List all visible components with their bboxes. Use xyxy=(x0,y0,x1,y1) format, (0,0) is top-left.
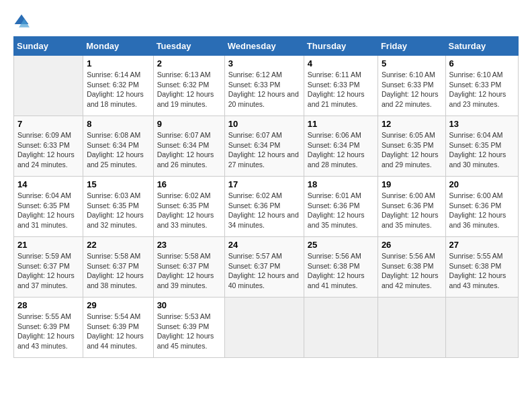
day-daylight: Daylight: 12 hours and 38 minutes. xyxy=(87,271,144,289)
day-daylight: Daylight: 12 hours and 42 minutes. xyxy=(382,271,439,289)
day-daylight: Daylight: 12 hours and 21 minutes. xyxy=(308,90,365,108)
day-number: 28 xyxy=(17,300,79,310)
day-cell: 27 Sunrise: 5:55 AM Sunset: 6:38 PM Dayl… xyxy=(445,237,518,298)
day-sunrise: Sunrise: 5:56 AM xyxy=(308,252,361,260)
day-number: 5 xyxy=(382,58,442,68)
day-daylight: Daylight: 12 hours and 44 minutes. xyxy=(87,332,144,350)
day-cell: 30 Sunrise: 5:53 AM Sunset: 6:39 PM Dayl… xyxy=(153,298,224,358)
day-cell: 11 Sunrise: 6:06 AM Sunset: 6:34 PM Dayl… xyxy=(304,116,378,177)
day-number: 1 xyxy=(87,58,149,68)
day-sunrise: Sunrise: 6:05 AM xyxy=(382,131,435,139)
day-number: 21 xyxy=(17,240,79,250)
day-sunset: Sunset: 6:39 PM xyxy=(157,322,210,330)
day-number: 25 xyxy=(308,240,374,250)
day-sunrise: Sunrise: 6:02 AM xyxy=(228,191,282,199)
day-daylight: Daylight: 12 hours and 35 minutes. xyxy=(382,211,439,229)
day-daylight: Daylight: 12 hours and 22 minutes. xyxy=(382,90,439,108)
day-cell xyxy=(378,298,445,358)
day-number: 29 xyxy=(87,300,149,310)
day-cell xyxy=(445,298,518,358)
day-daylight: Daylight: 12 hours and 27 minutes. xyxy=(228,150,299,169)
day-sunset: Sunset: 6:37 PM xyxy=(87,262,139,270)
day-sunset: Sunset: 6:37 PM xyxy=(228,262,281,270)
day-sunrise: Sunrise: 6:01 AM xyxy=(308,191,361,199)
day-daylight: Daylight: 12 hours and 33 minutes. xyxy=(157,211,214,229)
day-daylight: Daylight: 12 hours and 23 minutes. xyxy=(449,90,506,108)
day-sunset: Sunset: 6:39 PM xyxy=(17,322,70,330)
day-sunset: Sunset: 6:33 PM xyxy=(382,81,434,89)
header-cell-saturday: Saturday xyxy=(445,37,518,56)
header xyxy=(13,13,519,30)
day-sunrise: Sunrise: 6:10 AM xyxy=(449,71,503,79)
day-sunset: Sunset: 6:38 PM xyxy=(308,262,360,270)
week-row-3: 14 Sunrise: 6:04 AM Sunset: 6:35 PM Dayl… xyxy=(14,177,519,237)
day-number: 17 xyxy=(228,179,300,189)
day-sunset: Sunset: 6:36 PM xyxy=(308,201,360,210)
day-sunrise: Sunrise: 6:14 AM xyxy=(87,71,140,79)
day-number: 12 xyxy=(382,119,442,129)
day-sunrise: Sunrise: 6:07 AM xyxy=(157,131,211,139)
day-sunset: Sunset: 6:35 PM xyxy=(157,201,210,210)
day-sunset: Sunset: 6:39 PM xyxy=(87,322,139,330)
day-daylight: Daylight: 12 hours and 20 minutes. xyxy=(228,90,299,108)
day-number: 22 xyxy=(87,240,149,250)
day-sunset: Sunset: 6:35 PM xyxy=(87,201,139,210)
day-number: 10 xyxy=(228,119,300,129)
day-daylight: Daylight: 12 hours and 41 minutes. xyxy=(308,271,365,289)
day-sunrise: Sunrise: 6:07 AM xyxy=(228,131,282,139)
day-daylight: Daylight: 12 hours and 19 minutes. xyxy=(157,90,214,108)
day-cell xyxy=(304,298,378,358)
day-cell: 3 Sunrise: 6:12 AM Sunset: 6:33 PM Dayli… xyxy=(224,56,304,116)
day-number: 15 xyxy=(87,179,149,189)
header-cell-thursday: Thursday xyxy=(304,37,378,56)
day-number: 30 xyxy=(157,300,221,310)
day-sunset: Sunset: 6:36 PM xyxy=(449,201,502,210)
logo-icon xyxy=(13,13,30,30)
week-row-5: 28 Sunrise: 5:55 AM Sunset: 6:39 PM Dayl… xyxy=(14,298,519,358)
day-cell: 21 Sunrise: 5:59 AM Sunset: 6:37 PM Dayl… xyxy=(14,237,83,298)
day-sunrise: Sunrise: 6:04 AM xyxy=(449,131,503,139)
day-number: 14 xyxy=(17,179,79,189)
day-daylight: Daylight: 12 hours and 36 minutes. xyxy=(449,211,506,229)
day-cell: 10 Sunrise: 6:07 AM Sunset: 6:34 PM Dayl… xyxy=(224,116,304,177)
day-sunset: Sunset: 6:36 PM xyxy=(228,201,281,210)
header-cell-sunday: Sunday xyxy=(14,37,83,56)
day-daylight: Daylight: 12 hours and 43 minutes. xyxy=(449,271,506,289)
day-daylight: Daylight: 12 hours and 24 minutes. xyxy=(17,150,75,169)
day-daylight: Daylight: 12 hours and 29 minutes. xyxy=(382,150,439,169)
day-cell xyxy=(224,298,304,358)
day-sunrise: Sunrise: 6:00 AM xyxy=(449,191,503,199)
day-daylight: Daylight: 12 hours and 18 minutes. xyxy=(87,90,144,108)
day-cell: 26 Sunrise: 5:56 AM Sunset: 6:38 PM Dayl… xyxy=(378,237,445,298)
day-sunrise: Sunrise: 5:58 AM xyxy=(87,252,140,260)
day-sunset: Sunset: 6:34 PM xyxy=(157,141,210,149)
day-sunrise: Sunrise: 5:55 AM xyxy=(17,312,71,320)
day-number: 20 xyxy=(449,179,515,189)
day-number: 8 xyxy=(87,119,149,129)
day-daylight: Daylight: 12 hours and 28 minutes. xyxy=(308,150,365,169)
day-sunrise: Sunrise: 6:09 AM xyxy=(17,131,71,139)
day-number: 2 xyxy=(157,58,221,68)
day-sunset: Sunset: 6:33 PM xyxy=(17,141,70,149)
day-cell: 18 Sunrise: 6:01 AM Sunset: 6:36 PM Dayl… xyxy=(304,177,378,237)
day-sunrise: Sunrise: 6:00 AM xyxy=(382,191,435,199)
day-sunset: Sunset: 6:38 PM xyxy=(449,262,502,270)
day-number: 16 xyxy=(157,179,221,189)
day-sunset: Sunset: 6:37 PM xyxy=(157,262,210,270)
day-cell: 6 Sunrise: 6:10 AM Sunset: 6:33 PM Dayli… xyxy=(445,56,518,116)
day-cell: 5 Sunrise: 6:10 AM Sunset: 6:33 PM Dayli… xyxy=(378,56,445,116)
day-sunset: Sunset: 6:37 PM xyxy=(17,262,70,270)
day-cell: 2 Sunrise: 6:13 AM Sunset: 6:32 PM Dayli… xyxy=(153,56,224,116)
day-sunrise: Sunrise: 5:54 AM xyxy=(87,312,140,320)
day-sunrise: Sunrise: 5:53 AM xyxy=(157,312,211,320)
header-cell-tuesday: Tuesday xyxy=(153,37,224,56)
day-number: 18 xyxy=(308,179,374,189)
day-cell: 12 Sunrise: 6:05 AM Sunset: 6:35 PM Dayl… xyxy=(378,116,445,177)
day-daylight: Daylight: 12 hours and 25 minutes. xyxy=(87,150,144,169)
header-cell-friday: Friday xyxy=(378,37,445,56)
day-daylight: Daylight: 12 hours and 37 minutes. xyxy=(17,271,75,289)
day-sunset: Sunset: 6:35 PM xyxy=(17,201,70,210)
day-daylight: Daylight: 12 hours and 31 minutes. xyxy=(17,211,75,229)
day-sunrise: Sunrise: 5:58 AM xyxy=(157,252,211,260)
day-number: 4 xyxy=(308,58,374,68)
